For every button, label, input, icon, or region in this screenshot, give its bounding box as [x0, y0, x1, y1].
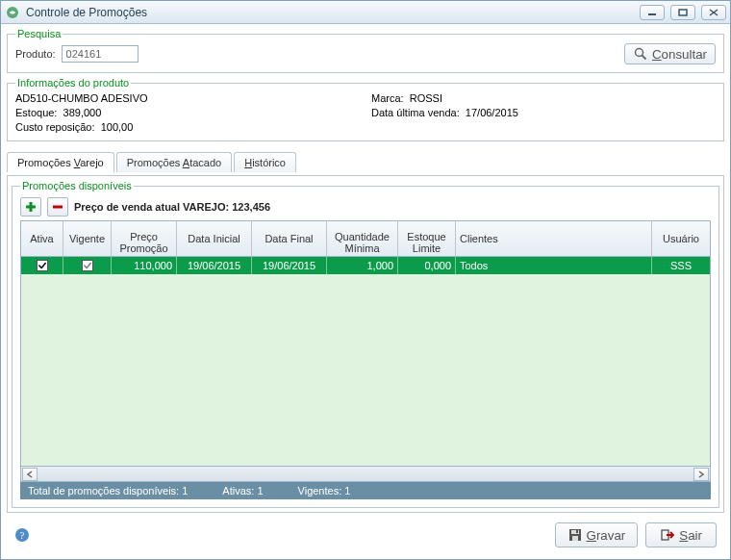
cost-label: Custo reposição: — [15, 121, 95, 133]
product-label: Produto: — [15, 48, 56, 60]
exit-text: air — [688, 528, 702, 543]
cell-usuario: SSS — [652, 257, 710, 274]
app-window: Controle de Promoções Pesquisa Produto: — [0, 0, 731, 560]
tab-strip: Promoções Varejo Promoções Atacado Histó… — [7, 145, 724, 171]
status-ativas-label: Ativas: — [222, 485, 254, 496]
cell-qtd: 1,000 — [327, 257, 398, 274]
col-clientes[interactable]: Clientes — [456, 221, 652, 256]
minus-icon — [51, 200, 64, 214]
consult-underline: C — [652, 47, 662, 62]
product-input[interactable] — [62, 45, 139, 63]
scroll-left-button[interactable] — [22, 468, 38, 481]
titlebar: Controle de Promoções — [1, 1, 730, 24]
grid-body[interactable]: 110,000 19/06/2015 19/06/2015 1,000 0,00… — [21, 257, 710, 466]
horizontal-scrollbar[interactable] — [21, 466, 710, 481]
col-qtd[interactable]: QuantidadeMínima — [327, 221, 398, 256]
promo-fieldset: Promoções disponíveis Preço de venda atu… — [12, 180, 719, 508]
help-icon[interactable]: ? — [14, 527, 30, 543]
exit-icon — [660, 527, 675, 543]
status-total-value: 1 — [182, 485, 188, 496]
status-bar: Total de promoções disponíveis: 1 Ativas… — [20, 482, 711, 499]
cell-preco: 110,000 — [112, 257, 177, 274]
cell-clientes: Todos — [456, 257, 652, 274]
lastsale-value: 17/06/2015 — [466, 107, 518, 118]
info-legend: Informações do produto — [15, 77, 131, 89]
brand-value: ROSSI — [410, 92, 442, 104]
save-text: ravar — [596, 528, 625, 543]
add-button[interactable] — [20, 197, 41, 216]
col-preco[interactable]: PreçoPromoção — [112, 221, 177, 256]
checkbox-vigente[interactable] — [82, 260, 93, 271]
brand-label: Marca: — [371, 92, 404, 104]
checkbox-ativa[interactable] — [37, 260, 48, 271]
stock-value: 389,000 — [63, 107, 102, 118]
cell-data-ini: 19/06/2015 — [177, 257, 252, 274]
col-usuario[interactable]: Usuário — [652, 221, 710, 256]
app-icon — [5, 5, 20, 20]
grid-header: Ativa Vigente PreçoPromoção Data Inicial… — [21, 221, 710, 257]
promo-grid: Ativa Vigente PreçoPromoção Data Inicial… — [20, 220, 711, 482]
svg-text:?: ? — [20, 529, 25, 541]
table-row[interactable]: 110,000 19/06/2015 19/06/2015 1,000 0,00… — [21, 257, 710, 274]
consult-button[interactable]: Consultar — [624, 43, 716, 64]
window-controls — [640, 5, 726, 20]
tab-wholesale[interactable]: Promoções Atacado — [116, 152, 232, 172]
svg-rect-2 — [679, 10, 687, 15]
col-data-inicial[interactable]: Data Inicial — [177, 221, 252, 256]
maximize-button[interactable] — [670, 5, 695, 20]
footer: ? Gravar Sair — [7, 517, 724, 553]
content-area: Pesquisa Produto: Consultar Informações … — [1, 24, 730, 559]
cell-est: 0,000 — [398, 257, 456, 274]
exit-button[interactable]: Sair — [645, 522, 717, 547]
search-legend: Pesquisa — [15, 28, 63, 39]
remove-button[interactable] — [47, 197, 68, 216]
tab-history[interactable]: Histórico — [234, 152, 296, 172]
plus-icon — [24, 200, 38, 214]
col-estoque[interactable]: EstoqueLimite — [398, 221, 456, 256]
status-ativas-value: 1 — [257, 485, 263, 496]
lastsale-label: Data última venda: — [371, 107, 460, 118]
cost-value: 100,00 — [101, 121, 134, 133]
col-ativa[interactable]: Ativa — [21, 221, 63, 256]
status-total-label: Total de promoções disponíveis: — [28, 485, 179, 496]
cell-data-fin: 19/06/2015 — [252, 257, 327, 274]
window-title: Controle de Promoções — [26, 6, 640, 19]
exit-underline: S — [679, 528, 688, 543]
svg-line-6 — [642, 56, 645, 60]
chevron-right-icon — [698, 471, 704, 478]
svg-rect-14 — [572, 536, 578, 541]
chevron-left-icon — [27, 471, 33, 478]
svg-point-5 — [635, 49, 643, 57]
tab-retail[interactable]: Promoções Varejo — [7, 152, 114, 172]
status-vigentes-value: 1 — [344, 485, 350, 496]
col-data-final[interactable]: Data Final — [252, 221, 327, 256]
consult-text: onsultar — [662, 47, 707, 62]
tab-body: Promoções disponíveis Preço de venda atu… — [7, 175, 724, 513]
stock-label: Estoque: — [15, 107, 57, 118]
col-vigente[interactable]: Vigente — [63, 221, 112, 256]
save-button[interactable]: Gravar — [555, 522, 639, 547]
status-vigentes-label: Vigentes: — [298, 485, 342, 496]
info-fieldset: Informações do produto AD510-CHUMBO ADES… — [7, 77, 724, 141]
save-underline: G — [587, 528, 596, 543]
svg-rect-15 — [576, 530, 578, 533]
current-price-label: Preço de venda atual VAREJO: 123,456 — [74, 201, 270, 213]
promo-legend: Promoções disponíveis — [20, 180, 134, 191]
scroll-right-button[interactable] — [693, 468, 709, 481]
product-name: AD510-CHUMBO ADESIVO — [15, 92, 362, 104]
search-fieldset: Pesquisa Produto: Consultar — [7, 28, 724, 73]
floppy-icon — [567, 527, 583, 543]
minimize-button[interactable] — [640, 5, 665, 20]
search-icon — [633, 46, 648, 62]
close-button[interactable] — [701, 5, 726, 20]
